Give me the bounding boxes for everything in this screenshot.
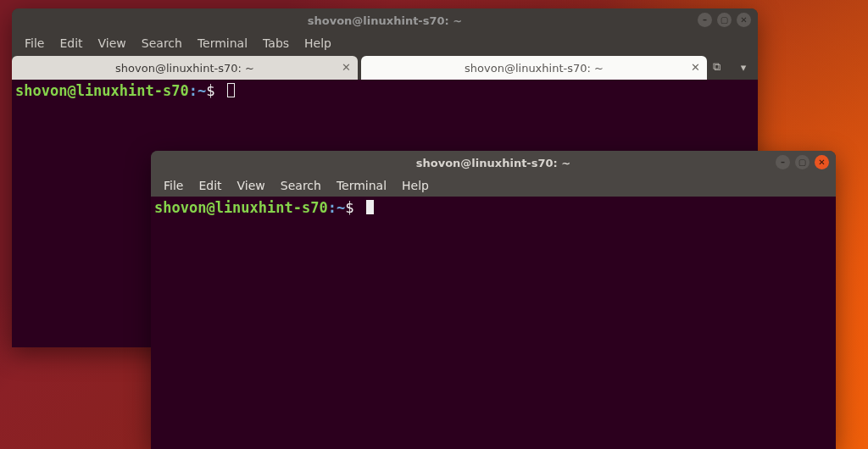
minimize-icon: – bbox=[703, 16, 707, 25]
menu-edit[interactable]: Edit bbox=[191, 176, 229, 195]
tab-close-icon[interactable]: ✕ bbox=[691, 61, 700, 74]
close-button[interactable]: ✕ bbox=[815, 155, 829, 169]
terminal-cursor bbox=[366, 200, 374, 214]
titlebar[interactable]: shovon@linuxhint-s70: ~ – ▢ ✕ bbox=[12, 8, 758, 32]
tab-menu-button[interactable]: ▾ bbox=[734, 58, 753, 76]
tab-2[interactable]: shovon@linuxhint-s70: ~ ✕ bbox=[361, 56, 707, 80]
window-controls: – ▢ ✕ bbox=[698, 13, 751, 27]
menu-edit[interactable]: Edit bbox=[52, 34, 90, 53]
minimize-icon: – bbox=[781, 158, 785, 167]
prompt-sep: : bbox=[189, 82, 198, 99]
tab-label: shovon@linuxhint-s70: ~ bbox=[465, 62, 604, 75]
close-button[interactable]: ✕ bbox=[737, 13, 751, 27]
menu-help[interactable]: Help bbox=[297, 34, 339, 53]
prompt-path: ~ bbox=[337, 199, 345, 216]
menu-view[interactable]: View bbox=[230, 176, 273, 195]
menu-terminal[interactable]: Terminal bbox=[329, 176, 394, 195]
prompt-path: ~ bbox=[198, 82, 206, 99]
prompt-symbol: $ bbox=[345, 199, 353, 216]
prompt-userhost: shovon@linuxhint-s70 bbox=[15, 82, 189, 99]
maximize-icon: ▢ bbox=[721, 16, 728, 25]
window-controls: – ▢ ✕ bbox=[776, 155, 829, 169]
tab-1[interactable]: shovon@linuxhint-s70: ~ ✕ bbox=[12, 56, 358, 80]
window-title: shovon@linuxhint-s70: ~ bbox=[308, 14, 462, 27]
close-icon: ✕ bbox=[740, 16, 747, 25]
terminal-cursor bbox=[227, 83, 235, 97]
prompt-symbol: $ bbox=[206, 82, 214, 99]
minimize-button[interactable]: – bbox=[698, 13, 712, 27]
new-tab-icon: ⧉ bbox=[713, 60, 721, 74]
terminal-area[interactable]: shovon@linuxhint-s70:~$ bbox=[151, 197, 836, 449]
menu-tabs[interactable]: Tabs bbox=[255, 34, 297, 53]
menu-view[interactable]: View bbox=[91, 34, 134, 53]
menu-search[interactable]: Search bbox=[273, 176, 329, 195]
maximize-button[interactable]: ▢ bbox=[717, 13, 732, 27]
maximize-button[interactable]: ▢ bbox=[795, 155, 810, 169]
prompt-sep: : bbox=[328, 199, 337, 216]
menu-help[interactable]: Help bbox=[394, 176, 437, 195]
tab-label: shovon@linuxhint-s70: ~ bbox=[115, 62, 254, 75]
menubar: File Edit View Search Terminal Help bbox=[151, 175, 836, 197]
minimize-button[interactable]: – bbox=[776, 155, 790, 169]
tab-bar: shovon@linuxhint-s70: ~ ✕ shovon@linuxhi… bbox=[12, 54, 758, 80]
window-title: shovon@linuxhint-s70: ~ bbox=[416, 157, 570, 169]
close-icon: ✕ bbox=[818, 158, 825, 167]
menu-search[interactable]: Search bbox=[134, 34, 190, 53]
new-tab-button[interactable]: ⧉ bbox=[707, 58, 726, 76]
terminal-window-foreground: shovon@linuxhint-s70: ~ – ▢ ✕ File Edit … bbox=[151, 151, 836, 449]
menu-file[interactable]: File bbox=[17, 34, 52, 53]
maximize-icon: ▢ bbox=[798, 158, 806, 167]
prompt-userhost: shovon@linuxhint-s70 bbox=[154, 199, 328, 216]
menubar: File Edit View Search Terminal Tabs Help bbox=[12, 32, 758, 54]
chevron-down-icon: ▾ bbox=[741, 61, 747, 74]
menu-file[interactable]: File bbox=[156, 176, 191, 195]
titlebar[interactable]: shovon@linuxhint-s70: ~ – ▢ ✕ bbox=[151, 151, 836, 175]
menu-terminal[interactable]: Terminal bbox=[190, 34, 255, 53]
tab-close-icon[interactable]: ✕ bbox=[342, 61, 351, 74]
